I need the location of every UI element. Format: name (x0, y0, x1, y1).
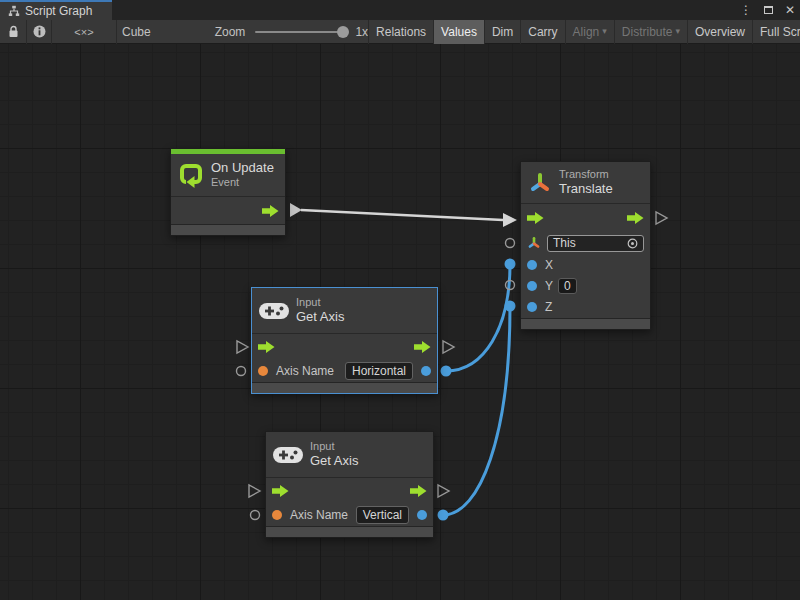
node-header: On Update Event (171, 154, 285, 197)
transform-axes-icon (527, 236, 541, 250)
flow-in-arrow-icon[interactable] (527, 212, 544, 224)
gamepad-icon (259, 302, 289, 320)
zoom-slider-handle[interactable] (337, 26, 349, 38)
tab-script-graph[interactable]: Script Graph (0, 0, 112, 20)
flow-port-row (252, 334, 437, 360)
axis-name-value-field[interactable]: Horizontal (345, 362, 413, 380)
toolbar-button-fullscreen[interactable]: Full Screen (752, 20, 800, 44)
getaxis-v-axisname-in-port[interactable] (251, 511, 260, 520)
z-port-row: Z (521, 296, 650, 318)
target-object-value: This (553, 236, 576, 250)
value-wire-horizontal-to-x[interactable] (441, 259, 516, 377)
node-title: Get Axis (296, 309, 344, 325)
inspect-button[interactable] (27, 20, 51, 44)
graph-toolbar: <×> Cube Zoom 1x Relations Values Dim Ca… (0, 20, 800, 44)
axis-value-output-port[interactable] (417, 510, 427, 520)
node-title-block: Input Get Axis (296, 296, 344, 326)
node-get-axis-vertical[interactable]: Input Get Axis Axis Name Vertical (265, 431, 434, 538)
axis-name-label: Axis Name (290, 508, 348, 522)
node-supertitle: Transform (559, 168, 613, 182)
flow-in-arrow-icon[interactable] (258, 341, 275, 353)
flow-in-arrow-icon[interactable] (272, 485, 289, 497)
node-get-axis-horizontal[interactable]: Input Get Axis Axis Name Horizontal (251, 287, 438, 394)
graph-canvas[interactable]: On Update Event (0, 44, 800, 600)
target-object-field[interactable]: This (547, 235, 644, 252)
toolbar-button-relations[interactable]: Relations (368, 20, 433, 44)
toolbar-toggle-group: Relations Values Dim Carry Align ▾ Distr… (368, 20, 800, 44)
z-port-label: Z (545, 300, 552, 314)
axis-name-value-field[interactable]: Vertical (356, 506, 409, 524)
lock-button[interactable] (0, 20, 26, 44)
flow-port-row (171, 197, 285, 224)
close-icon: ✕ (785, 3, 795, 17)
node-title-block: Transform Translate (559, 168, 613, 198)
node-supertitle: Input (296, 296, 344, 310)
window-close-button[interactable]: ✕ (782, 2, 798, 18)
toolbar-button-carry[interactable]: Carry (520, 20, 564, 44)
window-menu-button[interactable]: ⋮ (738, 2, 754, 18)
window-maximize-button[interactable] (760, 2, 776, 18)
x-input-port[interactable] (527, 260, 537, 270)
toolbar-separator (116, 20, 117, 44)
node-translate[interactable]: Transform Translate (520, 161, 651, 330)
getaxis-h-flow-out-port[interactable] (443, 341, 454, 353)
y-value-field[interactable]: 0 (558, 278, 577, 294)
node-title: Get Axis (310, 453, 358, 469)
graph-hierarchy-icon (8, 5, 20, 17)
node-footer (266, 526, 433, 537)
node-supertitle: Input (310, 440, 358, 454)
translate-flow-out-port[interactable] (656, 212, 667, 224)
window-controls: ⋮ ✕ (738, 0, 798, 20)
translate-this-in-port[interactable] (506, 239, 515, 248)
node-title-block: Input Get Axis (310, 440, 358, 470)
getaxis-h-axisname-in-port[interactable] (237, 367, 246, 376)
info-icon (33, 25, 46, 38)
axis-value-output-port[interactable] (421, 366, 431, 376)
chevron-down-icon: ▾ (675, 27, 680, 36)
z-input-port[interactable] (527, 302, 537, 312)
lock-icon (8, 25, 19, 38)
axis-name-label: Axis Name (276, 364, 334, 378)
axis-name-input-port[interactable] (258, 366, 268, 376)
flow-out-arrow-icon[interactable] (410, 485, 427, 497)
getaxis-v-flow-out-port[interactable] (438, 485, 449, 497)
toolbar-button-dim[interactable]: Dim (484, 20, 520, 44)
toolbar-button-overview[interactable]: Overview (687, 20, 752, 44)
toolbar-button-distribute[interactable]: Distribute ▾ (614, 20, 687, 44)
node-title-block: On Update Event (211, 160, 274, 190)
flow-out-arrow-icon[interactable] (414, 341, 431, 353)
flow-out-arrow-icon[interactable] (627, 212, 644, 224)
tab-label: Script Graph (25, 4, 92, 18)
getaxis-h-flow-in-port[interactable] (237, 341, 248, 353)
axis-name-input-port[interactable] (272, 510, 282, 520)
flow-port-row (266, 478, 433, 504)
x-port-row: X (521, 254, 650, 275)
code-brackets-icon: <×> (74, 26, 93, 38)
node-on-update[interactable]: On Update Event (170, 148, 286, 236)
zoom-slider[interactable] (255, 31, 347, 33)
getaxis-v-flow-in-port[interactable] (249, 485, 260, 497)
node-header: Input Get Axis (266, 432, 433, 478)
transform-axes-icon (528, 171, 552, 195)
y-input-port[interactable] (527, 281, 537, 291)
chevron-down-icon: ▾ (602, 27, 607, 36)
kebab-menu-icon: ⋮ (740, 3, 752, 17)
flow-port-row (521, 204, 650, 232)
flow-wire-onupdate-to-translate[interactable] (290, 203, 517, 227)
zoom-value: 1x (355, 25, 368, 39)
code-view-button[interactable]: <×> (52, 20, 116, 44)
node-header: Input Get Axis (252, 288, 437, 334)
object-picker-icon[interactable] (627, 238, 638, 249)
node-footer (171, 224, 285, 235)
maximize-icon (764, 6, 773, 14)
node-footer (252, 382, 437, 393)
zoom-label: Zoom (215, 25, 246, 39)
toolbar-button-align[interactable]: Align ▾ (565, 20, 614, 44)
y-port-label: Y (545, 279, 553, 293)
toolbar-button-values[interactable]: Values (433, 20, 484, 44)
value-wire-vertical-to-z[interactable] (438, 301, 516, 521)
flow-out-arrow-icon[interactable] (262, 205, 279, 217)
axis-name-row: Axis Name Horizontal (252, 360, 437, 382)
tab-bar: Script Graph ⋮ ✕ (0, 0, 800, 20)
y-port-row: Y 0 (521, 275, 650, 296)
